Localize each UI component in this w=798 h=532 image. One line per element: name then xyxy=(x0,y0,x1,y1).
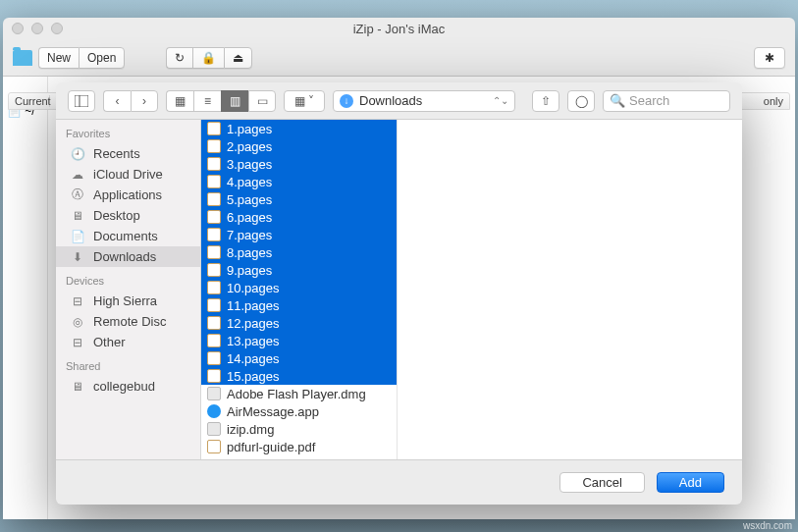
search-input[interactable]: 🔍Search xyxy=(603,90,730,112)
file-row[interactable]: 2.pages xyxy=(201,137,397,155)
sidebar-item-documents[interactable]: 📄Documents xyxy=(56,226,200,246)
sidebar-item-label: Downloads xyxy=(93,249,156,264)
titlebar: iZip - Jon's iMac xyxy=(3,18,795,39)
sidebar: Favorites 🕘Recents☁iCloud DriveⒶApplicat… xyxy=(56,120,201,459)
file-row[interactable]: 8.pages xyxy=(201,243,397,261)
pdf-icon xyxy=(207,440,221,453)
gallery-view-button[interactable]: ▭ xyxy=(248,90,276,112)
desktop-icon: 🖥 xyxy=(70,209,85,223)
lock-button[interactable]: 🔒 xyxy=(192,47,224,69)
sheet-footer: Cancel Add xyxy=(56,459,742,505)
sidebar-item-remote-disc[interactable]: ◎Remote Disc xyxy=(56,311,200,332)
location-popup[interactable]: ↓Downloads ⌃⌄ xyxy=(333,90,515,112)
sidebar-item-label: collegebud xyxy=(93,379,155,394)
sidebar-item-desktop[interactable]: 🖥Desktop xyxy=(56,205,200,226)
file-row[interactable]: 14.pages xyxy=(201,349,397,367)
file-name: pdfurl-guide.pdf xyxy=(227,440,315,454)
file-row[interactable]: pdfurl-guide.pdf xyxy=(201,438,397,455)
sidebar-toggle-button[interactable] xyxy=(68,90,95,112)
open-panel-sheet: ‹ › ▦ ≡ ▥ ▭ ▦ ˅ ↓Downloads ⌃⌄ ⇧ ◯ 🔍Searc… xyxy=(56,82,742,505)
download-icon: ⬇ xyxy=(70,250,85,264)
file-name: 10.pages xyxy=(227,281,280,295)
group-button[interactable]: ▦ ˅ xyxy=(284,90,325,112)
pages-icon xyxy=(207,369,221,383)
list-view-button[interactable]: ≡ xyxy=(193,90,221,112)
sidebar-item-label: Recents xyxy=(93,146,140,161)
pages-icon xyxy=(207,122,221,135)
pages-icon xyxy=(207,175,221,188)
search-icon: 🔍 xyxy=(610,93,625,108)
file-name: 14.pages xyxy=(227,351,280,366)
back-button[interactable]: ‹ xyxy=(103,90,131,112)
refresh-button[interactable]: ↻ xyxy=(166,47,192,69)
svg-rect-0 xyxy=(75,95,88,107)
pages-icon xyxy=(207,245,221,259)
file-name: 1.pages xyxy=(227,122,272,136)
file-row[interactable]: 7.pages xyxy=(201,226,397,243)
pages-icon xyxy=(207,298,221,312)
tags-button[interactable]: ◯ xyxy=(567,90,595,112)
file-name: izip.dmg xyxy=(227,422,274,437)
file-row[interactable]: 11.pages xyxy=(201,296,397,314)
file-row[interactable]: 9.pages xyxy=(201,261,397,279)
file-row[interactable]: 13.pages xyxy=(201,332,397,349)
file-name: 15.pages xyxy=(227,369,280,384)
column-view-button[interactable]: ▥ xyxy=(221,90,248,112)
sidebar-item-other[interactable]: ⊟Other xyxy=(56,332,200,352)
nav-buttons: ‹ › xyxy=(103,90,158,112)
sidebar-item-recents[interactable]: 🕘Recents xyxy=(56,143,200,164)
new-button[interactable]: New xyxy=(38,47,79,69)
file-name: 5.pages xyxy=(227,192,272,207)
file-row[interactable]: 5.pages xyxy=(201,190,397,208)
file-column[interactable]: 1.pages2.pages3.pages4.pages5.pages6.pag… xyxy=(201,120,398,459)
folder-icon[interactable] xyxy=(13,50,32,66)
pages-icon xyxy=(207,316,221,330)
file-row[interactable]: 15.pages xyxy=(201,367,397,385)
pages-icon xyxy=(207,210,221,224)
icon-view-button[interactable]: ▦ xyxy=(166,90,193,112)
sidebar-item-applications[interactable]: ⒶApplications xyxy=(56,185,200,205)
file-row[interactable]: 3.pages xyxy=(201,155,397,173)
open-button[interactable]: Open xyxy=(79,47,125,69)
preview-column xyxy=(398,120,742,459)
watermark: wsxdn.com xyxy=(743,520,792,531)
disk-icon: ⊟ xyxy=(70,336,85,349)
cancel-button[interactable]: Cancel xyxy=(559,472,644,493)
pages-icon xyxy=(207,281,221,294)
sidebar-item-label: Desktop xyxy=(93,208,140,223)
file-row[interactable]: Adobe Flash Player.dmg xyxy=(201,385,397,402)
file-name: 7.pages xyxy=(227,228,272,242)
file-name: 4.pages xyxy=(227,175,272,189)
sheet-body: Favorites 🕘Recents☁iCloud DriveⒶApplicat… xyxy=(56,120,742,459)
file-name: 13.pages xyxy=(227,334,280,348)
sidebar-item-label: Applications xyxy=(93,187,162,202)
pages-icon xyxy=(207,192,221,206)
sidebar-item-icloud-drive[interactable]: ☁iCloud Drive xyxy=(56,164,200,185)
add-button[interactable]: Add xyxy=(657,472,724,493)
file-row[interactable]: AirMessage.app xyxy=(201,402,397,420)
file-name: Adobe Flash Player.dmg xyxy=(227,387,366,401)
sidebar-item-downloads[interactable]: ⬇Downloads xyxy=(56,246,200,267)
download-icon: ↓ xyxy=(340,94,353,108)
file-row[interactable]: izip.dmg xyxy=(201,420,397,438)
share-button[interactable]: ⇧ xyxy=(532,90,559,112)
sidebar-item-high-sierra[interactable]: ⊟High Sierra xyxy=(56,291,200,311)
file-row[interactable]: 10.pages xyxy=(201,279,397,296)
pages-icon xyxy=(207,263,221,277)
forward-button[interactable]: › xyxy=(131,90,158,112)
file-name: 3.pages xyxy=(227,157,272,172)
pages-icon xyxy=(207,139,221,153)
cloud-icon: ☁ xyxy=(70,168,85,182)
pages-icon xyxy=(207,351,221,365)
sidebar-item-collegebud[interactable]: 🖥collegebud xyxy=(56,376,200,397)
clock-icon: 🕘 xyxy=(70,147,85,161)
eject-button[interactable]: ⏏ xyxy=(224,47,252,69)
favorites-header: Favorites xyxy=(56,120,200,143)
sidebar-item-label: Other xyxy=(93,335,126,349)
file-row[interactable]: 12.pages xyxy=(201,314,397,332)
file-row[interactable]: 1.pages xyxy=(201,120,397,137)
file-row[interactable]: 4.pages xyxy=(201,173,397,190)
file-row[interactable]: 6.pages xyxy=(201,208,397,226)
gear-button[interactable]: ✱ xyxy=(754,47,785,69)
sheet-toolbar: ‹ › ▦ ≡ ▥ ▭ ▦ ˅ ↓Downloads ⌃⌄ ⇧ ◯ 🔍Searc… xyxy=(56,82,742,120)
